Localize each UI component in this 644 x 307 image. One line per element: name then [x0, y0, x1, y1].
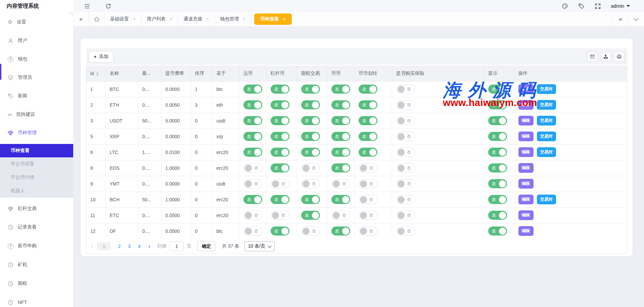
sidebar-item-2[interactable]: $钱包 — [0, 52, 73, 66]
sidebar-item-4[interactable]: 新闻 — [0, 89, 73, 103]
tab-close-icon[interactable]: × — [243, 16, 246, 22]
sidebar-item-7[interactable]: 杠杆交易 — [0, 201, 73, 216]
page-number-3[interactable]: 3 — [128, 244, 131, 249]
show-switch[interactable]: 是 — [488, 226, 507, 236]
sidebar-item-9[interactable]: $新币申购 — [0, 239, 73, 253]
lever-switch[interactable]: 是 — [271, 100, 289, 109]
home-tab-button[interactable] — [89, 12, 105, 26]
prev-page-icon[interactable]: ‹ — [91, 243, 93, 250]
sidebar-item-5[interactable]: ∞投拆建议 — [0, 107, 73, 122]
coin-switch[interactable]: 否 — [331, 179, 350, 188]
coin-switch[interactable]: 是 — [331, 100, 350, 109]
option-switch[interactable]: 是 — [301, 85, 320, 94]
user-menu[interactable]: admin — [611, 3, 630, 9]
pairs-button[interactable]: 交易对 — [537, 132, 556, 141]
lever-switch[interactable]: 否 — [271, 211, 289, 220]
tag-icon[interactable] — [578, 3, 585, 9]
transfer-switch[interactable]: 否 — [359, 195, 377, 204]
insurance-switch[interactable]: 否 — [396, 148, 415, 157]
sidebar-subitem-2[interactable]: 平台币行情 — [0, 171, 73, 184]
tab-3[interactable]: 钱包管理× — [215, 12, 251, 26]
tab-2[interactable]: 通道充值× — [178, 12, 215, 26]
show-switch[interactable]: 是 — [488, 148, 507, 157]
transfer-switch[interactable]: 是 — [359, 148, 377, 157]
fiat-switch[interactable]: 是 — [243, 132, 262, 141]
insurance-switch[interactable]: 否 — [396, 195, 415, 204]
refresh-icon[interactable] — [105, 3, 111, 9]
fiat-switch[interactable]: 否 — [243, 211, 262, 220]
lever-switch[interactable]: 是 — [271, 148, 289, 157]
tab-close-icon[interactable]: × — [283, 16, 286, 22]
column-settings-button[interactable] — [587, 52, 598, 62]
fiat-switch[interactable]: 否 — [243, 163, 262, 172]
lever-switch[interactable]: 是 — [271, 163, 289, 172]
pairs-button[interactable]: 交易对 — [537, 116, 556, 125]
tab-close-icon[interactable]: × — [133, 16, 136, 22]
transfer-switch[interactable]: 是 — [359, 132, 377, 141]
coin-switch[interactable]: 是 — [331, 85, 350, 94]
sidebar-item-12[interactable]: NFT — [0, 295, 73, 307]
edit-button[interactable]: 编辑 — [518, 147, 534, 157]
goto-page-input[interactable] — [170, 242, 184, 251]
insurance-switch[interactable]: 否 — [396, 226, 415, 236]
coin-switch[interactable]: 是 — [331, 163, 350, 172]
option-switch[interactable]: 否 — [301, 179, 320, 188]
sidebar-item-10[interactable]: 矿机 — [0, 257, 73, 272]
fiat-switch[interactable]: 否 — [243, 179, 262, 188]
option-switch[interactable]: 是 — [301, 100, 320, 109]
lever-switch[interactable]: 是 — [271, 195, 289, 204]
edit-button[interactable]: 编辑 — [518, 84, 534, 94]
sidebar-item-0[interactable]: ⚙设置 — [0, 15, 73, 30]
column-header-id[interactable]: id — [86, 66, 105, 81]
sidebar-item-8[interactable]: 记录查看 — [0, 220, 73, 235]
coin-switch[interactable]: 否 — [331, 211, 350, 220]
fullscreen-icon[interactable] — [595, 3, 601, 9]
show-switch[interactable]: 是 — [488, 179, 507, 188]
palette-icon[interactable] — [562, 3, 568, 9]
lever-switch[interactable]: 是 — [271, 226, 289, 236]
edit-button[interactable]: 编辑 — [518, 132, 534, 141]
show-switch[interactable]: 是 — [488, 116, 507, 125]
edit-button[interactable]: 编辑 — [518, 195, 534, 204]
pairs-button[interactable]: 交易对 — [537, 84, 556, 94]
lever-switch[interactable]: 否 — [271, 179, 289, 188]
sidebar-scrollbar-thumb[interactable] — [0, 64, 1, 80]
option-switch[interactable]: 是 — [301, 132, 320, 141]
tabs-menu-button[interactable] — [628, 12, 644, 26]
goto-confirm-button[interactable]: 确定 — [197, 241, 216, 251]
sidebar-item-11[interactable]: 期权 — [0, 276, 73, 291]
pairs-button[interactable]: 交易对 — [537, 100, 556, 110]
option-switch[interactable]: 是 — [301, 148, 320, 157]
tab-0[interactable]: 基础设置× — [105, 12, 141, 26]
page-number-4[interactable]: 4 — [138, 244, 141, 249]
edit-button[interactable]: 编辑 — [518, 210, 534, 220]
coin-switch[interactable]: 是 — [331, 132, 350, 141]
collapse-menu-icon[interactable] — [84, 3, 90, 9]
page-number-1[interactable]: 1 — [97, 242, 111, 250]
add-button[interactable]: + 添加 — [89, 51, 113, 62]
transfer-switch[interactable]: 否 — [359, 179, 377, 188]
insurance-switch[interactable]: 否 — [396, 100, 415, 109]
transfer-switch[interactable]: 否 — [359, 211, 377, 220]
tabs-scroll-right-button[interactable]: » — [612, 12, 628, 26]
edit-button[interactable]: 编辑 — [518, 179, 534, 189]
option-switch[interactable]: 是 — [301, 195, 320, 204]
sidebar-item-3[interactable]: 管理员 — [0, 70, 73, 85]
export-button[interactable] — [600, 52, 611, 62]
show-switch[interactable]: 是 — [488, 85, 507, 94]
option-switch[interactable]: 否 — [301, 226, 320, 236]
insurance-switch[interactable]: 否 — [396, 179, 415, 188]
transfer-switch[interactable]: 否 — [359, 226, 377, 236]
show-switch[interactable]: 是 — [488, 100, 507, 109]
transfer-switch[interactable]: 是 — [359, 100, 377, 109]
edit-button[interactable]: 编辑 — [518, 163, 534, 173]
insurance-switch[interactable]: 否 — [396, 211, 415, 220]
option-switch[interactable]: 是 — [301, 211, 320, 220]
pairs-button[interactable]: 交易对 — [537, 147, 556, 157]
sidebar-subitem-3[interactable]: 机器人 — [0, 184, 73, 198]
transfer-switch[interactable]: 否 — [359, 163, 377, 172]
tab-4[interactable]: 币种查看× — [254, 13, 292, 25]
fiat-switch[interactable]: 否 — [243, 226, 262, 236]
edit-button[interactable]: 编辑 — [518, 226, 534, 236]
sidebar-item-1[interactable]: 用户 — [0, 33, 73, 48]
